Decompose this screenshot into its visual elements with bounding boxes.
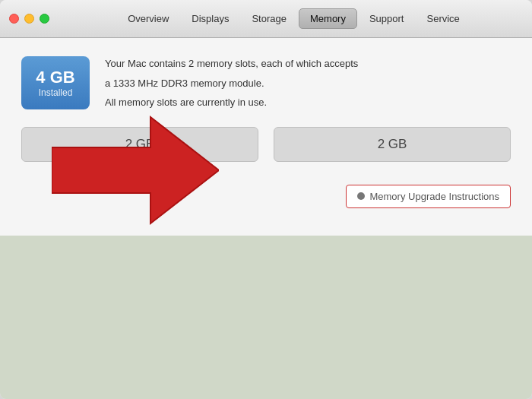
close-button[interactable] <box>9 14 19 24</box>
tab-storage[interactable]: Storage <box>241 9 297 28</box>
red-arrow-icon <box>52 109 219 231</box>
memory-badge: 4 GB Installed <box>21 56 90 109</box>
tab-bar: Overview Displays Storage Memory Support… <box>65 8 523 29</box>
bottom-background <box>0 236 532 400</box>
tab-displays[interactable]: Displays <box>181 9 239 28</box>
upgrade-instructions-link[interactable]: Memory Upgrade Instructions <box>346 185 511 208</box>
maximize-button[interactable] <box>40 14 49 24</box>
main-wrapper: 4 GB Installed Your Mac contains 2 memor… <box>0 38 532 399</box>
memory-size: 4 GB <box>36 68 74 87</box>
tab-service[interactable]: Service <box>416 9 470 28</box>
memory-slot-2: 2 GB <box>274 127 511 162</box>
memory-info-line3: All memory slots are currently in use. <box>105 95 358 110</box>
titlebar: Overview Displays Storage Memory Support… <box>0 0 532 38</box>
tab-memory[interactable]: Memory <box>299 8 357 29</box>
tab-support[interactable]: Support <box>359 9 415 28</box>
arrow-container <box>52 109 219 231</box>
tab-overview[interactable]: Overview <box>117 9 179 28</box>
memory-info-line2: a 1333 MHz DDR3 memory module. <box>105 76 358 91</box>
bottom-section: Memory Upgrade Instructions <box>21 182 511 208</box>
traffic-lights <box>9 14 49 24</box>
top-section: 4 GB Installed Your Mac contains 2 memor… <box>21 56 511 115</box>
minimize-button[interactable] <box>24 14 34 24</box>
memory-info: Your Mac contains 2 memory slots, each o… <box>105 56 358 115</box>
memory-content: 4 GB Installed Your Mac contains 2 memor… <box>0 38 532 236</box>
memory-info-line1: Your Mac contains 2 memory slots, each o… <box>105 56 358 71</box>
upgrade-dot-icon <box>357 192 365 200</box>
window: Overview Displays Storage Memory Support… <box>0 0 532 399</box>
svg-marker-0 <box>52 117 219 223</box>
upgrade-label: Memory Upgrade Instructions <box>369 191 499 202</box>
memory-installed-label: Installed <box>39 87 73 98</box>
